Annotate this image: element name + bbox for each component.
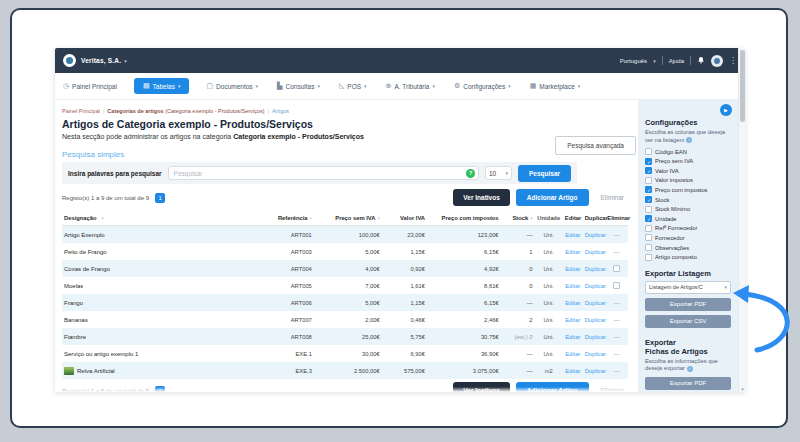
column-header-stock[interactable]: Stock›: [501, 215, 535, 221]
duplicate-link[interactable]: Duplicar: [585, 266, 606, 272]
checkbox-icon[interactable]: [645, 196, 652, 203]
export-pdf-button[interactable]: Exportar PDF: [645, 298, 731, 311]
nav-item[interactable]: ◷ Painel Principal ▾: [61, 78, 119, 94]
user-avatar[interactable]: [711, 55, 723, 67]
edit-link[interactable]: Editar: [565, 317, 580, 323]
pagination-page-1[interactable]: 1: [155, 193, 165, 203]
view-inactive-button[interactable]: Ver Inativos: [453, 382, 510, 392]
column-toggle[interactable]: Observações: [645, 244, 731, 251]
table-row[interactable]: Artigo Exemplo ART001 100,00€ 23,00€ 123…: [62, 226, 628, 243]
column-toggle[interactable]: Stock Mínimo: [645, 206, 731, 213]
table-row[interactable]: Coxas de Frango ART004 4,00€ 0,92€ 4,92€…: [62, 260, 628, 277]
duplicate-link[interactable]: Duplicar: [585, 283, 606, 289]
edit-link[interactable]: Editar: [565, 300, 580, 306]
column-toggle[interactable]: Valor impostos: [645, 177, 731, 184]
column-toggle[interactable]: Refª Fornecedor: [645, 225, 731, 232]
breadcrumb-home[interactable]: Painel Principal: [62, 108, 100, 114]
duplicate-link[interactable]: Duplicar: [585, 351, 606, 357]
edit-link[interactable]: Editar: [565, 283, 580, 289]
delete-checkbox[interactable]: [613, 265, 620, 272]
column-header-unidade[interactable]: Unidade: [535, 215, 563, 221]
checkbox-icon[interactable]: [645, 148, 652, 155]
nav-item[interactable]: ▤ Tabelas ▾: [134, 78, 190, 94]
table-row[interactable]: Peito de Frango ART003 5,00€ 1,15€ 6,15€…: [62, 243, 628, 260]
column-header-preco-com-impostos[interactable]: Preço com impostos›: [427, 215, 501, 221]
delete-label[interactable]: Eliminar: [601, 194, 624, 201]
delete-label[interactable]: Eliminar: [601, 387, 624, 392]
table-row[interactable]: Serviço ou artigo exemplo 1 EXE.1 30,00€…: [62, 345, 628, 362]
column-header-designacao[interactable]: Designação›: [62, 215, 237, 221]
column-toggle[interactable]: Fornecedor: [645, 234, 731, 241]
table-row[interactable]: Frango ART006 5,00€ 1,15€ 6,15€ — Uni. E…: [62, 294, 628, 311]
duplicate-link[interactable]: Duplicar: [585, 300, 606, 306]
duplicate-link[interactable]: Duplicar: [585, 334, 606, 340]
duplicate-link[interactable]: Duplicar: [585, 368, 606, 374]
advanced-search-button[interactable]: Pesquisa avançada: [555, 136, 636, 155]
nav-item[interactable]: ▙ Consultas ▾: [275, 78, 322, 94]
column-header-referencia[interactable]: Referência›: [237, 215, 313, 221]
column-toggle[interactable]: Stock: [645, 196, 731, 203]
checkbox-icon[interactable]: [645, 215, 652, 222]
search-help-icon[interactable]: ?: [466, 169, 475, 178]
duplicate-link[interactable]: Duplicar: [585, 232, 606, 238]
pagination-page-1[interactable]: 1: [155, 386, 165, 393]
info-icon[interactable]: i: [686, 137, 692, 143]
column-toggle[interactable]: Preço com impostos: [645, 186, 731, 193]
view-inactive-button[interactable]: Ver Inativos: [453, 189, 510, 206]
edit-link[interactable]: Editar: [565, 351, 580, 357]
search-input[interactable]: [174, 170, 466, 177]
column-toggle[interactable]: Código EAN: [645, 148, 731, 155]
table-row[interactable]: Relva Artificial EXE.3 2.500,00€ 575,00€…: [62, 362, 628, 379]
nav-item[interactable]: ⊕ A. Tributária ▾: [384, 78, 437, 94]
column-toggle[interactable]: Unidade: [645, 215, 731, 222]
column-toggle[interactable]: Valor IVA: [645, 167, 731, 174]
export-list-select[interactable]: Listagem de Artigos/C▾: [645, 281, 731, 294]
play-tour-button[interactable]: ▶: [720, 104, 732, 116]
duplicate-link[interactable]: Duplicar: [585, 317, 606, 323]
checkbox-icon[interactable]: [645, 167, 652, 174]
table-row[interactable]: Moelas ART005 7,00€ 1,61€ 8,61€ 0 Uni. E…: [62, 277, 628, 294]
add-article-button[interactable]: Adicionar Artigo: [516, 382, 589, 392]
column-header-preco-sem-iva[interactable]: Preço sem IVA›: [314, 215, 382, 221]
checkbox-icon[interactable]: [645, 225, 652, 232]
scroll-down-icon[interactable]: ▾: [739, 386, 745, 392]
table-row[interactable]: Fiambre ART008 25,00€ 5,75€ 30,75€ (est.…: [62, 328, 628, 345]
edit-link[interactable]: Editar: [565, 249, 580, 255]
edit-link[interactable]: Editar: [565, 232, 580, 238]
checkbox-icon[interactable]: [645, 206, 652, 213]
kebab-menu-icon[interactable]: ⋮: [729, 56, 737, 65]
nav-item[interactable]: ◺ POS ▾: [337, 78, 369, 94]
export-sheets-pdf-button[interactable]: Exportar PDF: [645, 377, 731, 390]
add-article-button[interactable]: Adicionar Artigo: [516, 189, 589, 206]
duplicate-link[interactable]: Duplicar: [585, 249, 606, 255]
scrollbar[interactable]: ▾: [738, 48, 745, 392]
company-name[interactable]: Veritas, S.A.: [81, 57, 121, 64]
export-csv-button[interactable]: Exportar CSV: [645, 315, 731, 328]
column-toggle[interactable]: Preço sem IVA: [645, 158, 731, 165]
checkbox-icon[interactable]: [645, 254, 652, 261]
checkbox-icon[interactable]: [645, 244, 652, 251]
delete-checkbox[interactable]: [613, 282, 620, 289]
checkbox-icon[interactable]: [645, 177, 652, 184]
bell-icon[interactable]: [697, 56, 705, 65]
table-row[interactable]: Bananas ART007 2,00€ 0,46€ 2,46€ 2 Uni. …: [62, 311, 628, 328]
column-toggle[interactable]: Artigo composto: [645, 254, 731, 261]
nav-item[interactable]: ⚙ Configurações ▾: [452, 78, 513, 94]
nav-item[interactable]: ▢ Documentos ▾: [204, 78, 260, 94]
help-link[interactable]: Ajuda: [669, 58, 684, 64]
language-select[interactable]: Português: [620, 58, 647, 64]
edit-link[interactable]: Editar: [565, 334, 580, 340]
page-size-select[interactable]: 10▾: [485, 166, 512, 180]
scrollbar-thumb[interactable]: [740, 50, 745, 122]
info-icon[interactable]: i: [687, 366, 693, 372]
checkbox-icon[interactable]: [645, 186, 652, 193]
edit-link[interactable]: Editar: [565, 266, 580, 272]
edit-link[interactable]: Editar: [565, 368, 580, 374]
column-header-valor-iva[interactable]: Valor IVA›: [382, 215, 427, 221]
checkbox-icon[interactable]: [645, 158, 652, 165]
nav-item[interactable]: ▦ Marketplace ▾: [528, 78, 583, 94]
checkbox-icon[interactable]: [645, 234, 652, 241]
search-button[interactable]: Pesquisar: [518, 165, 571, 182]
breadcrumb-category[interactable]: Categorias de artigos: [107, 108, 163, 114]
cell-reference: ART007: [237, 317, 313, 323]
